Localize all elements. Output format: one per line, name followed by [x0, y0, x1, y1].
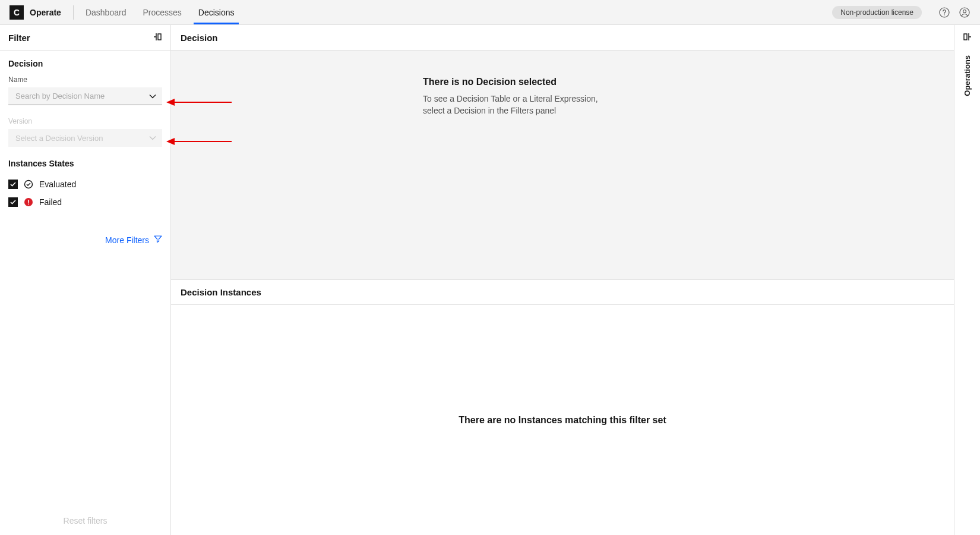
svg-rect-8: [28, 204, 29, 205]
nav-tab-decisions[interactable]: Decisions: [198, 1, 235, 24]
no-instances-message: There are no Instances matching this fil…: [459, 415, 666, 426]
svg-rect-7: [28, 200, 29, 203]
svg-point-3: [963, 10, 966, 12]
help-icon[interactable]: [938, 7, 950, 18]
svg-rect-13: [964, 34, 967, 40]
decision-section-title: Decision: [8, 59, 162, 68]
chevron-down-icon: [149, 92, 156, 100]
checkbox-failed[interactable]: [8, 197, 18, 207]
license-badge: Non-production license: [832, 6, 922, 19]
svg-point-5: [25, 181, 33, 188]
evaluated-icon: [24, 180, 33, 189]
instances-body: There are no Instances matching this fil…: [171, 305, 954, 535]
decision-name-placeholder: Search by Decision Name: [15, 92, 105, 100]
instances-states-title: Instances States: [8, 159, 162, 168]
filter-sidebar: Filter Decision Name Search by Decision …: [0, 25, 171, 535]
decision-version-placeholder: Select a Decision Version: [15, 134, 103, 143]
name-field-label: Name: [8, 75, 162, 84]
decision-version-select: Select a Decision Version: [8, 129, 162, 147]
chevron-down-icon: [149, 134, 156, 143]
reset-filters-button: Reset filters: [0, 516, 170, 525]
decision-viewer: There is no Decision selected To see a D…: [171, 51, 954, 279]
app-logo: C: [10, 5, 24, 20]
main-content: Decision There is no Decision selected T…: [171, 25, 954, 535]
filter-header: Filter: [0, 25, 170, 51]
more-filters-link[interactable]: More Filters: [0, 211, 170, 245]
decision-name-select[interactable]: Search by Decision Name: [8, 87, 162, 105]
failed-icon: [24, 197, 33, 207]
nav-tabs: Dashboard Processes Decisions: [86, 1, 235, 24]
app-header: C Operate Dashboard Processes Decisions …: [0, 0, 980, 25]
state-row-failed: Failed: [8, 193, 162, 211]
collapse-panel-icon[interactable]: [153, 32, 162, 43]
user-icon[interactable]: [959, 7, 970, 18]
instances-panel-title: Decision Instances: [171, 279, 954, 305]
nav-tab-dashboard[interactable]: Dashboard: [86, 1, 127, 24]
nav-tab-processes[interactable]: Processes: [143, 1, 181, 24]
svg-rect-4: [158, 34, 161, 40]
operations-sidebar: Operations: [954, 25, 980, 535]
decision-empty-state: There is no Decision selected To see a D…: [423, 77, 660, 117]
checkbox-evaluated[interactable]: [8, 180, 18, 189]
operations-label: Operations: [963, 55, 972, 96]
state-label-failed: Failed: [39, 197, 62, 207]
decision-panel-title: Decision: [171, 25, 954, 51]
decision-empty-title: There is no Decision selected: [423, 77, 660, 87]
version-field-label: Version: [8, 117, 162, 125]
app-name: Operate: [30, 8, 61, 17]
filter-title: Filter: [8, 33, 30, 43]
svg-point-1: [944, 14, 945, 15]
state-label-evaluated: Evaluated: [39, 180, 76, 189]
decision-empty-text: To see a Decision Table or a Literal Exp…: [423, 93, 613, 117]
header-divider: [73, 5, 74, 20]
filter-icon: [154, 235, 162, 245]
expand-panel-icon[interactable]: [963, 32, 972, 43]
state-row-evaluated: Evaluated: [8, 175, 162, 193]
